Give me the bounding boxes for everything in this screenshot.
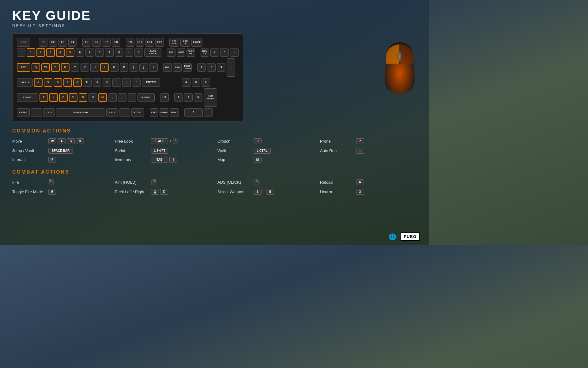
key-badge-s: S bbox=[67, 138, 75, 144]
key-num4: 4 bbox=[182, 78, 190, 87]
key-rshift: R SHIFT bbox=[138, 93, 155, 102]
action-walk-keys: L CTRL bbox=[254, 148, 271, 154]
key-badge-5sw: 5 bbox=[266, 189, 274, 195]
action-autorun-label: Auto Run bbox=[320, 148, 354, 153]
key-tab: TAB bbox=[17, 63, 30, 72]
action-sprint: Sprint L SHIFT bbox=[115, 148, 211, 154]
action-inventory-keys: TAB I bbox=[151, 157, 177, 163]
action-map-keys: M bbox=[254, 157, 262, 163]
key-f1: F1 bbox=[39, 38, 47, 47]
key-backtick: ` bbox=[17, 48, 25, 57]
key-badge-z: Z bbox=[356, 138, 364, 144]
key-u: U bbox=[90, 63, 99, 72]
rmb-icon bbox=[151, 178, 156, 186]
page-subtitle: DEFAULT SETTINGS bbox=[12, 23, 417, 28]
action-aim-keys bbox=[151, 178, 156, 186]
key-lwin bbox=[31, 108, 42, 117]
key-f4: F4 bbox=[68, 38, 77, 47]
key-7: 7 bbox=[85, 48, 94, 57]
action-interact-label: Interact bbox=[12, 157, 46, 162]
key-f12: F12 bbox=[155, 38, 164, 47]
key-6: 6 bbox=[76, 48, 84, 57]
key-e: E bbox=[51, 63, 60, 72]
action-fire-label: Fire bbox=[12, 180, 46, 185]
pubg-logo: PUBG bbox=[401, 232, 420, 241]
key-del: DEL bbox=[163, 63, 172, 72]
key-left: LEFT bbox=[150, 108, 158, 117]
key-badge-lctrl: L CTRL bbox=[254, 148, 271, 154]
key-rctrl: R CTRL bbox=[131, 108, 144, 117]
key-t: T bbox=[71, 63, 79, 72]
key-m: M bbox=[98, 93, 107, 102]
key-o: O bbox=[110, 63, 119, 72]
action-freelook: Free Look L ALT + bbox=[115, 137, 211, 145]
key-p: P bbox=[120, 63, 128, 72]
key-minus: - bbox=[125, 48, 133, 57]
key-num9: 9 bbox=[217, 63, 225, 72]
action-ads: ADS (CLICK) bbox=[217, 178, 314, 186]
key-h: H bbox=[83, 78, 92, 87]
key-num5: 5 bbox=[192, 78, 200, 87]
key-9: 9 bbox=[105, 48, 114, 57]
action-interact-keys: F bbox=[48, 157, 56, 163]
combat-actions-grid: Fire Aim (HOLD) bbox=[12, 178, 417, 195]
rmb2-icon bbox=[254, 178, 259, 186]
key-backspace: BACKSPACE bbox=[144, 48, 161, 57]
key-esc: ESC bbox=[17, 38, 30, 47]
action-move: Move W A S D bbox=[12, 137, 109, 145]
key-f8: F8 bbox=[112, 38, 120, 47]
common-actions-title: COMMON ACTIONS bbox=[12, 128, 417, 134]
key-8: 8 bbox=[95, 48, 104, 57]
key-badge-w: W bbox=[48, 138, 56, 144]
action-aim-label: Aim (HOLD) bbox=[115, 180, 149, 185]
key-prtscr: PRTSCR bbox=[169, 38, 179, 47]
key-num7: 7 bbox=[197, 63, 206, 72]
key-l: L bbox=[112, 78, 121, 87]
common-actions-grid: Move W A S D Free Look L ALT + bbox=[12, 137, 417, 163]
key-s: S bbox=[44, 78, 52, 87]
action-crouch: Crouch C bbox=[217, 137, 314, 145]
key-1: 1 bbox=[27, 48, 35, 57]
key-numdot: . bbox=[204, 108, 213, 117]
key-badge-d: D bbox=[76, 138, 84, 144]
action-autorun: Auto Run = bbox=[320, 148, 417, 154]
action-walk-label: Walk bbox=[217, 148, 251, 153]
action-interact: Interact F bbox=[12, 157, 109, 163]
action-inventory: Inventory TAB I bbox=[115, 157, 211, 163]
key-badge-b: B bbox=[48, 189, 56, 195]
action-aim: Aim (HOLD) bbox=[115, 178, 211, 186]
key-badge-lalt: L ALT bbox=[151, 138, 168, 144]
key-j: J bbox=[93, 78, 101, 87]
key-num0: 0 bbox=[184, 108, 203, 117]
action-selectweapon-keys: 1 ~ 5 bbox=[254, 189, 274, 195]
action-togglefire-label: Toggle Fire Mode bbox=[12, 190, 46, 194]
key-space: SPACE BAR bbox=[56, 108, 105, 117]
action-selectweapon: Select Weapon 1 ~ 5 bbox=[217, 189, 314, 195]
action-empty bbox=[320, 157, 417, 163]
action-togglefire: Toggle Fire Mode B bbox=[12, 189, 109, 195]
action-reload: Reload R bbox=[320, 178, 417, 186]
svg-point-12 bbox=[153, 180, 154, 182]
key-2: 2 bbox=[36, 48, 45, 57]
key-rbracket: ] bbox=[139, 63, 148, 72]
keyboard-row-function: ESC F1 F2 F3 F4 F5 F6 F7 F8 F9 F10 F11 F… bbox=[17, 38, 239, 47]
action-fire-keys bbox=[48, 178, 54, 186]
key-g: G bbox=[73, 78, 82, 87]
keyboard-row-bottom: L CTRL L ALT SPACE BAR R ALT R CTRL LEFT… bbox=[17, 108, 239, 117]
key-badge-x: X bbox=[356, 189, 364, 195]
key-k: K bbox=[103, 78, 111, 87]
key-pagedown: PAGEDOWN bbox=[183, 63, 192, 72]
key-rwin bbox=[119, 108, 130, 117]
key-enter: ENTER bbox=[142, 78, 160, 87]
action-togglefire-keys: B bbox=[48, 189, 56, 195]
key-badge-r: R bbox=[356, 179, 364, 185]
action-move-keys: W A S D bbox=[48, 138, 84, 144]
key-lshift: L SHIFT bbox=[17, 93, 38, 102]
key-badge-i: I bbox=[169, 157, 177, 163]
action-walk: Walk L CTRL bbox=[217, 148, 314, 154]
key-f5: F5 bbox=[82, 38, 91, 47]
svg-point-10 bbox=[51, 180, 52, 182]
action-jump: Jump / Vault SPACE BAR bbox=[12, 148, 109, 154]
key-f9: F9 bbox=[126, 38, 134, 47]
key-lalt: L ALT bbox=[43, 108, 55, 117]
